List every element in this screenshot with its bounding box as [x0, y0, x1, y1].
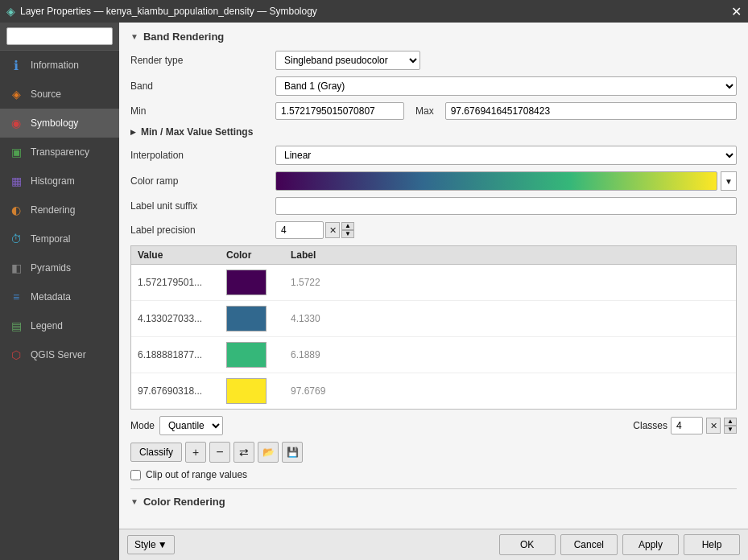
- sidebar-item-label: QGIS Server: [31, 349, 86, 360]
- minmax-settings-row[interactable]: ▶ Min / Max Value Settings: [130, 126, 737, 138]
- legend-icon: ▤: [8, 318, 24, 334]
- titlebar: ◈ Layer Properties — kenya_kiambu_popula…: [0, 0, 748, 23]
- information-icon: ℹ: [8, 57, 24, 73]
- table-row: 1.572179501... 1.5722: [131, 265, 736, 301]
- col-header-label: Label: [291, 249, 729, 261]
- precision-up-btn[interactable]: ▲: [341, 222, 354, 230]
- clip-checkbox[interactable]: [130, 470, 141, 480]
- table-row: 97.67690318... 97.6769: [131, 373, 736, 409]
- sidebar-item-label: Source: [31, 89, 61, 100]
- classify-toolbar: Classify + − ⇄ 📂 💾: [130, 442, 737, 463]
- sidebar-item-information[interactable]: ℹ Information: [0, 51, 119, 80]
- label-cell: 97.6769: [291, 385, 729, 397]
- color-swatch[interactable]: [226, 342, 267, 368]
- render-type-label: Render type: [130, 55, 275, 66]
- label-cell: 4.1330: [291, 313, 729, 324]
- reverse-button[interactable]: ⇄: [233, 442, 254, 463]
- sidebar-item-temporal[interactable]: ⏱ Temporal: [0, 224, 119, 253]
- classes-clear-btn[interactable]: ✕: [706, 418, 721, 434]
- label-precision-row: Label precision 4 ✕ ▲ ▼: [130, 221, 737, 239]
- table-row: 6.188881877... 6.1889: [131, 337, 736, 373]
- color-ramp-label: Color ramp: [130, 175, 275, 187]
- color-swatch[interactable]: [226, 306, 267, 331]
- reverse-icon: ⇄: [239, 446, 249, 459]
- add-class-button[interactable]: +: [185, 442, 206, 463]
- classes-label: Classes: [633, 420, 667, 431]
- clip-row: Clip out of range values: [130, 469, 737, 480]
- color-ramp-swatch[interactable]: [275, 171, 717, 191]
- color-swatch[interactable]: [226, 270, 267, 295]
- sidebar-item-source[interactable]: ◈ Source: [0, 80, 119, 109]
- precision-clear-btn[interactable]: ✕: [325, 222, 340, 238]
- interpolation-select[interactable]: Linear: [275, 146, 737, 165]
- classes-down-btn[interactable]: ▼: [724, 426, 737, 434]
- sidebar-item-label: Legend: [31, 320, 63, 331]
- qgis-server-icon: ⬡: [8, 347, 24, 363]
- mode-row: Mode Quantile Classes 4 ✕ ▲ ▼: [130, 416, 737, 435]
- sidebar-item-qgis-server[interactable]: ⬡ QGIS Server: [0, 340, 119, 369]
- render-type-select[interactable]: Singleband pseudocolor: [275, 51, 420, 70]
- histogram-icon: ▦: [8, 173, 24, 189]
- classes-spin: ▲ ▼: [724, 418, 737, 434]
- search-bar[interactable]: [0, 23, 119, 51]
- sidebar-item-transparency[interactable]: ▣ Transparency: [0, 138, 119, 167]
- collapse-arrow-icon: ▶: [130, 128, 136, 136]
- color-table-header: Value Color Label: [131, 246, 736, 265]
- bottom-right: OK Cancel Apply Help: [499, 534, 740, 555]
- precision-down-btn[interactable]: ▼: [341, 230, 354, 238]
- transparency-icon: ▣: [8, 144, 24, 160]
- precision-spin: ▲ ▼: [341, 222, 354, 238]
- color-cell: [226, 378, 291, 404]
- save-button[interactable]: 💾: [282, 442, 303, 463]
- band-select[interactable]: Band 1 (Gray): [275, 76, 737, 96]
- col-header-color: Color: [226, 249, 291, 261]
- color-ramp-control: ▼: [275, 171, 737, 191]
- style-button[interactable]: Style ▼: [127, 535, 175, 554]
- color-table: Value Color Label 1.572179501... 1.5722 …: [130, 245, 737, 410]
- minmax-settings-label: Min / Max Value Settings: [141, 126, 253, 138]
- sidebar-item-pyramids[interactable]: ◧ Pyramids: [0, 253, 119, 282]
- content-area: ▼ Band Rendering Render type Singleband …: [119, 23, 748, 560]
- clip-label[interactable]: Clip out of range values: [146, 469, 247, 480]
- remove-class-button[interactable]: −: [209, 442, 230, 463]
- source-icon: ◈: [8, 86, 24, 102]
- titlebar-left: ◈ Layer Properties — kenya_kiambu_popula…: [6, 5, 317, 18]
- color-ramp-dropdown-arrow[interactable]: ▼: [721, 171, 737, 191]
- search-input[interactable]: [6, 27, 113, 45]
- help-button[interactable]: Help: [684, 534, 740, 555]
- max-label: Max: [404, 105, 445, 117]
- band-row: Band Band 1 (Gray): [130, 76, 737, 96]
- sidebar-item-metadata[interactable]: ≡ Metadata: [0, 282, 119, 311]
- color-cell: [226, 270, 291, 295]
- save-icon: 💾: [287, 447, 299, 458]
- render-type-control: Singleband pseudocolor: [275, 51, 737, 70]
- apply-button[interactable]: Apply: [622, 534, 679, 555]
- sidebar-item-rendering[interactable]: ◐ Rendering: [0, 196, 119, 224]
- min-input[interactable]: 1.5721795015070807: [275, 102, 404, 120]
- sidebar-item-legend[interactable]: ▤ Legend: [0, 311, 119, 340]
- color-swatch[interactable]: [226, 378, 267, 404]
- minmax-row: Min 1.5721795015070807 Max 97.6769416451…: [130, 102, 737, 120]
- color-rendering-title: Color Rendering: [143, 496, 225, 508]
- sidebar-item-histogram[interactable]: ▦ Histogram: [0, 167, 119, 196]
- ok-button[interactable]: OK: [499, 534, 556, 555]
- band-rendering-header: ▼ Band Rendering: [130, 31, 737, 43]
- mode-select[interactable]: Quantile: [159, 416, 223, 435]
- classes-up-btn[interactable]: ▲: [724, 418, 737, 426]
- value-cell: 1.572179501...: [138, 277, 226, 288]
- classify-button[interactable]: Classify: [130, 443, 182, 462]
- load-button[interactable]: 📂: [258, 442, 279, 463]
- color-cell: [226, 306, 291, 331]
- cancel-button[interactable]: Cancel: [560, 534, 618, 555]
- titlebar-title: Layer Properties — kenya_kiambu_populati…: [20, 6, 317, 17]
- close-button[interactable]: ✕: [731, 4, 742, 19]
- interpolation-row: Interpolation Linear: [130, 146, 737, 165]
- label-unit-suffix-input[interactable]: [275, 197, 737, 215]
- classes-input[interactable]: 4: [671, 417, 703, 434]
- band-label: Band: [130, 80, 275, 92]
- content-scroll[interactable]: ▼ Band Rendering Render type Singleband …: [119, 23, 748, 529]
- max-input[interactable]: 97.6769416451708423: [445, 102, 737, 120]
- precision-input[interactable]: 4: [275, 221, 324, 239]
- sidebar-item-symbology[interactable]: ◉ Symbology: [0, 109, 119, 138]
- symbology-icon: ◉: [8, 115, 24, 131]
